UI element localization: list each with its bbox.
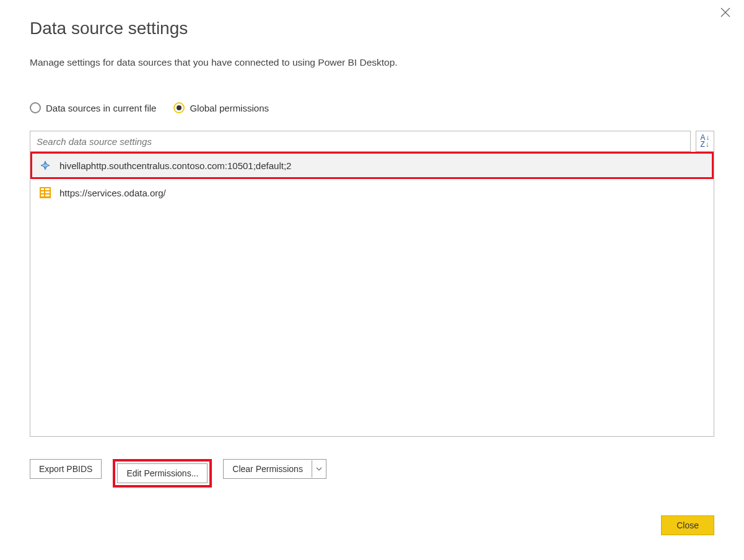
svg-rect-6 [45,188,50,190]
radio-icon [30,102,41,113]
search-input[interactable] [30,131,691,152]
svg-rect-5 [41,188,44,190]
radio-global-permissions[interactable]: Global permissions [173,102,269,113]
export-pbids-button[interactable]: Export PBIDS [30,459,102,479]
radio-data-sources-current-file[interactable]: Data sources in current file [30,102,156,113]
highlight-annotation: Edit Permissions... [113,459,212,488]
svg-rect-7 [41,191,44,193]
data-source-item[interactable]: hivellaphttp.southcentralus.contoso.com:… [30,152,714,179]
clear-permissions-button[interactable]: Clear Permissions [224,460,312,478]
data-source-label: https://services.odata.org/ [59,188,166,198]
radio-group-container: Data sources in current file Global perm… [30,102,714,113]
radio-label: Data sources in current file [46,103,156,113]
sort-button[interactable]: A↓ Z↓ [696,131,714,152]
radio-icon [173,102,185,113]
data-source-list[interactable]: hivellaphttp.southcentralus.contoso.com:… [30,152,714,437]
svg-rect-9 [41,195,44,196]
connector-icon [38,159,52,172]
clear-permissions-split-button[interactable]: Clear Permissions [223,459,326,479]
svg-rect-8 [45,191,50,193]
data-source-label: hivellaphttp.southcentralus.contoso.com:… [59,160,291,171]
radio-label: Global permissions [190,103,269,113]
chevron-down-icon[interactable] [312,467,326,471]
sort-az-icon: A↓ Z↓ [700,134,709,148]
close-icon[interactable] [720,7,733,20]
svg-marker-3 [41,164,50,167]
svg-rect-10 [45,195,50,196]
edit-permissions-button[interactable]: Edit Permissions... [117,463,208,483]
dialog-title: Data source settings [30,19,714,38]
data-source-item[interactable]: https://services.odata.org/ [30,179,714,206]
odata-icon [38,186,52,199]
close-button[interactable]: Close [661,515,714,535]
dialog-subtitle: Manage settings for data sources that yo… [30,57,714,68]
